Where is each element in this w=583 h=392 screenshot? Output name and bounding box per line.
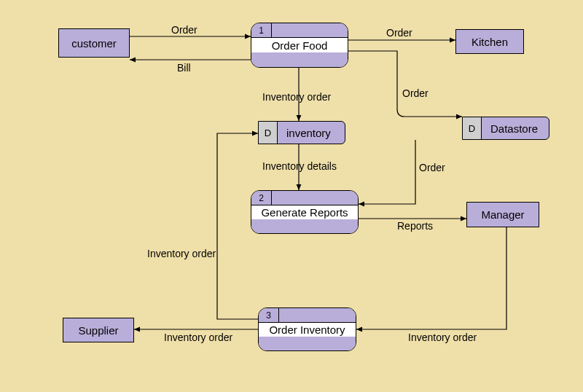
entity-customer: customer — [58, 28, 130, 58]
flow-label: Inventory order — [408, 332, 477, 343]
flow-label: Order — [419, 162, 445, 173]
entity-kitchen: Kitchen — [455, 29, 524, 54]
flow-label: Inventory details — [262, 160, 337, 172]
flow-label: Reports — [397, 220, 433, 232]
entity-supplier: Supplier — [63, 318, 134, 342]
entity-label: Supplier — [78, 324, 118, 337]
process-order-inventory: 3 Order Inventory — [258, 307, 356, 351]
datastore-label: inventory — [278, 122, 340, 144]
process-num: 3 — [259, 308, 279, 322]
flow-label: Inventory order — [164, 332, 232, 343]
process-label: Order Inventory — [259, 323, 356, 337]
datastore-tag: D — [259, 122, 278, 144]
process-order-food: 1 Order Food — [251, 23, 348, 68]
flow-label: Bill — [177, 62, 191, 74]
entity-label: customer — [71, 37, 117, 50]
entity-label: Kitchen — [472, 36, 508, 48]
flow-label: Order — [402, 87, 429, 99]
datastore-orders: D Datastore — [462, 117, 549, 140]
flow-label: Inventory order — [262, 91, 331, 103]
entity-label: Manager — [481, 208, 524, 221]
process-num: 2 — [251, 191, 272, 205]
datastore-inventory: D inventory — [258, 121, 345, 144]
process-generate-reports: 2 Generate Reports — [251, 190, 359, 234]
flow-label: Order — [171, 24, 197, 36]
flow-label: Order — [386, 27, 412, 39]
datastore-tag: D — [463, 117, 482, 139]
process-label: Generate Reports — [251, 205, 358, 219]
process-label: Order Food — [251, 38, 348, 52]
entity-manager: Manager — [466, 202, 539, 227]
datastore-label: Datastore — [482, 117, 547, 139]
process-num: 1 — [251, 23, 272, 37]
flow-label: Inventory order — [147, 248, 216, 259]
